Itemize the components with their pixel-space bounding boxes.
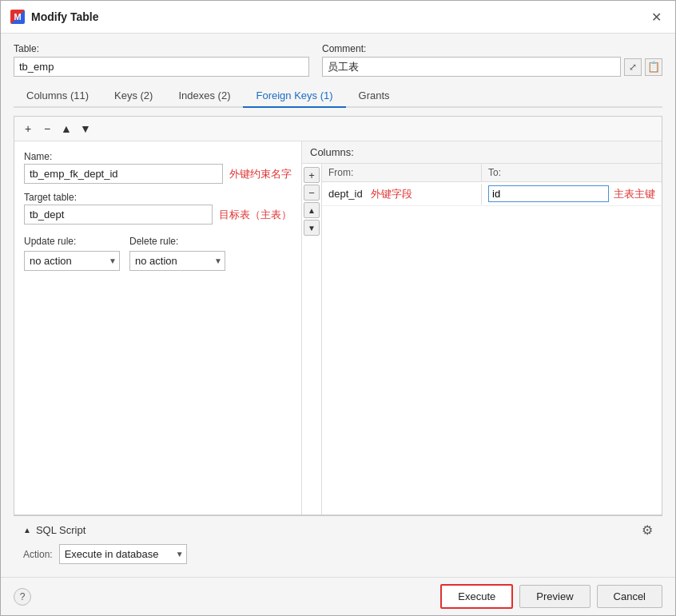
delete-rule-group: Delete rule: no action restrict cascade … (129, 236, 225, 271)
table-input[interactable] (14, 57, 309, 77)
delete-rule-label: Delete rule: (129, 236, 225, 247)
fk-name-label: Name: (24, 151, 292, 162)
fk-tab-content: + − ▲ ▼ Name: 外键约束名字 (14, 116, 662, 515)
add-fk-button[interactable]: + (19, 120, 37, 137)
title-bar: M Modify Table ✕ (1, 1, 675, 34)
col-controls: + − ▲ ▼ (302, 164, 322, 515)
fk-col-row-1: dept_id 外键字段 主表主键 (322, 182, 662, 206)
table-field-group: Table: (14, 43, 309, 77)
fk-name-annotation: 外键约束名字 (229, 167, 292, 181)
fk-left-panel: Name: 外键约束名字 Target table: 目标表（主表） (14, 141, 302, 515)
remove-fk-button[interactable]: − (38, 120, 56, 137)
fk-cols-table: From: To: dept_id 外键字段 (322, 164, 662, 515)
tab-keys[interactable]: Keys (2) (101, 85, 165, 108)
fk-cols-header-row: From: To: (322, 164, 662, 182)
execute-button[interactable]: Execute (440, 584, 513, 609)
fk-target-input[interactable] (24, 205, 213, 225)
to-col-cell: 主表主键 (482, 182, 662, 205)
sql-action-row: Action: Execute in database Write to cli… (23, 544, 653, 564)
app-icon: M (10, 10, 25, 24)
expand-button[interactable]: ⤢ (624, 58, 642, 76)
tabs: Columns (11) Keys (2) Indexes (2) Foreig… (14, 85, 662, 108)
help-button[interactable]: ? (14, 588, 31, 606)
fk-right-panel: Columns: + − ▲ ▼ From: (302, 141, 662, 515)
comment-label: Comment: (322, 43, 662, 54)
tab-indexes[interactable]: Indexes (2) (165, 85, 243, 108)
table-comment-row: Table: Comment: ⤢ 📋 (14, 43, 662, 77)
comment-input[interactable] (322, 57, 621, 77)
from-col-cell: dept_id 外键字段 (322, 184, 482, 205)
fk-target-group: Target table: 目标表（主表） (24, 192, 292, 225)
preview-button[interactable]: Preview (519, 585, 590, 608)
modify-table-dialog: M Modify Table ✕ Table: Comment: ⤢ 📋 Col… (0, 0, 676, 616)
tab-foreign-keys[interactable]: Foreign Keys (1) (243, 85, 345, 108)
table-label: Table: (14, 43, 309, 54)
delete-rule-select[interactable]: no action restrict cascade set null set … (129, 251, 225, 271)
from-col-header: From: (322, 164, 482, 181)
update-rule-group: Update rule: no action restrict cascade … (24, 236, 120, 271)
note-button[interactable]: 📋 (645, 58, 662, 76)
add-col-button[interactable]: + (304, 167, 320, 183)
rule-row: Update rule: no action restrict cascade … (24, 236, 292, 271)
fk-toolbar: + − ▲ ▼ (14, 117, 662, 141)
cancel-button[interactable]: Cancel (597, 585, 662, 608)
close-button[interactable]: ✕ (646, 7, 666, 26)
fk-columns-label: Columns: (310, 146, 354, 158)
move-down-button[interactable]: ▼ (77, 120, 94, 137)
fk-columns-area: + − ▲ ▼ From: To: (302, 164, 662, 515)
from-col-value: dept_id (328, 188, 363, 200)
fk-name-input[interactable] (24, 164, 223, 184)
col-down-button[interactable]: ▼ (304, 220, 320, 236)
sql-title: ▲ SQL Script (23, 524, 85, 536)
fk-name-group: Name: 外键约束名字 (24, 151, 292, 184)
from-col-annotation: 外键字段 (371, 187, 412, 201)
move-up-button[interactable]: ▲ (58, 120, 75, 137)
fk-content-area: Name: 外键约束名字 Target table: 目标表（主表） (14, 141, 662, 515)
action-select[interactable]: Execute in database Write to clipboard W… (59, 544, 187, 564)
action-label: Action: (23, 549, 53, 560)
sql-collapse-icon[interactable]: ▲ (23, 526, 31, 535)
col-up-button[interactable]: ▲ (304, 202, 320, 218)
comment-field-group: Comment: ⤢ 📋 (322, 43, 662, 77)
footer-buttons: Execute Preview Cancel (440, 584, 662, 609)
to-col-header: To: (482, 164, 662, 181)
dialog-body: Table: Comment: ⤢ 📋 Columns (11) Keys (2… (1, 34, 675, 577)
update-rule-select-wrap: no action restrict cascade set null set … (24, 251, 120, 271)
to-col-annotation: 主表主键 (614, 187, 655, 201)
dialog-footer: ? Execute Preview Cancel (1, 577, 675, 615)
to-col-input[interactable] (488, 185, 609, 202)
remove-col-button[interactable]: − (304, 185, 320, 201)
update-rule-select[interactable]: no action restrict cascade set null set … (24, 251, 120, 271)
comment-row: ⤢ 📋 (322, 57, 662, 77)
sql-header: ▲ SQL Script ⚙ (23, 523, 653, 538)
tab-grants[interactable]: Grants (346, 85, 403, 108)
sql-title-label: SQL Script (36, 524, 85, 536)
tab-columns[interactable]: Columns (11) (14, 85, 101, 108)
fk-target-label: Target table: (24, 192, 292, 203)
update-rule-label: Update rule: (24, 236, 120, 247)
fk-columns-header: Columns: (302, 141, 662, 164)
sql-section: ▲ SQL Script ⚙ Action: Execute in databa… (14, 515, 662, 570)
action-select-wrap: Execute in database Write to clipboard W… (59, 544, 187, 564)
fk-target-annotation: 目标表（主表） (219, 208, 292, 222)
delete-rule-select-wrap: no action restrict cascade set null set … (129, 251, 225, 271)
gear-icon[interactable]: ⚙ (642, 523, 653, 538)
dialog-title: Modify Table (31, 10, 640, 23)
